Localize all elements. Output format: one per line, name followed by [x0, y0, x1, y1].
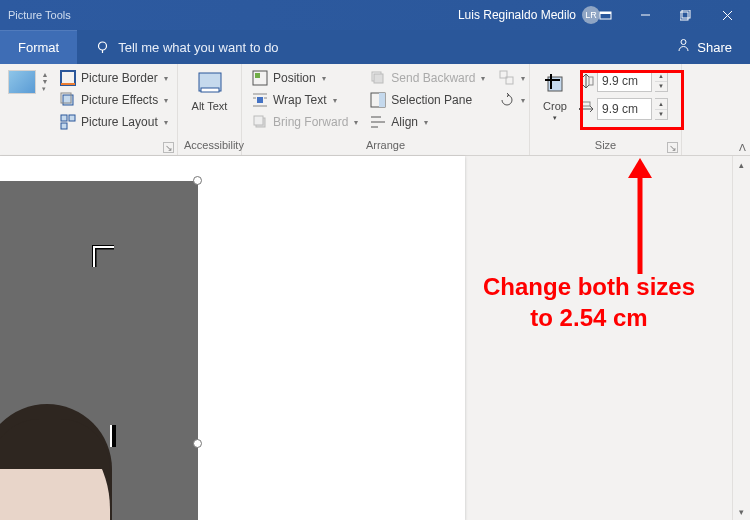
position-button[interactable]: Position▾ — [248, 68, 362, 88]
send-backward-icon — [370, 70, 386, 86]
ribbon: ▲▼▾ Picture Border▾ Picture Effects▾ Pic… — [0, 64, 750, 156]
group-size: Crop ▾ 9.9 cm ▲▼ 9.9 cm ▲▼ Size ↘ — [530, 64, 682, 155]
picture-effects-button[interactable]: Picture Effects▾ — [56, 90, 172, 110]
svg-rect-20 — [255, 73, 260, 78]
svg-rect-16 — [61, 123, 67, 129]
crop-handle-left[interactable] — [110, 425, 116, 447]
group-label-accessibility: Accessibility — [184, 138, 235, 153]
width-spinner[interactable]: ▲▼ — [655, 98, 668, 120]
resize-handle[interactable] — [193, 176, 202, 185]
svg-rect-18 — [201, 88, 219, 92]
svg-rect-27 — [254, 116, 263, 125]
picture-border-icon — [60, 70, 76, 86]
annotation-text: Change both sizes to 2.54 cm — [444, 271, 734, 333]
svg-rect-29 — [374, 74, 383, 83]
picture-styles-launcher[interactable]: ↘ — [163, 142, 174, 153]
restore-button[interactable] — [665, 0, 705, 30]
user-account[interactable]: Luis Reginaldo Medilo LR — [458, 6, 600, 24]
height-spinner[interactable]: ▲▼ — [655, 70, 668, 92]
height-control: 9.9 cm ▲▼ — [578, 70, 668, 92]
svg-rect-15 — [69, 115, 75, 121]
share-icon — [676, 38, 691, 56]
group-shapes-button[interactable]: ▾ — [495, 68, 529, 88]
share-button[interactable]: Share — [676, 30, 750, 64]
picture-style-preset[interactable] — [8, 70, 36, 94]
ribbon-display-options[interactable] — [585, 0, 625, 30]
tell-me-placeholder: Tell me what you want to do — [118, 40, 278, 55]
selected-picture[interactable] — [0, 181, 198, 520]
svg-rect-3 — [680, 12, 688, 20]
width-icon — [578, 101, 594, 117]
tab-format[interactable]: Format — [0, 30, 77, 64]
group-accessibility: Alt Text Accessibility — [178, 64, 242, 155]
picture-layout-icon — [60, 114, 76, 130]
vertical-scrollbar[interactable]: ▴ ▾ — [732, 156, 750, 520]
picture-content — [0, 399, 118, 520]
svg-rect-41 — [589, 77, 593, 85]
svg-point-9 — [681, 40, 686, 45]
height-icon — [578, 73, 594, 89]
wrap-text-button[interactable]: Wrap Text▾ — [248, 90, 362, 110]
crop-icon — [541, 70, 569, 98]
document-page[interactable] — [0, 156, 465, 520]
alt-text-icon — [196, 70, 224, 98]
resize-handle[interactable] — [193, 439, 202, 448]
svg-rect-11 — [61, 83, 75, 85]
scroll-up-button[interactable]: ▴ — [733, 156, 750, 173]
group-icon — [499, 70, 515, 86]
position-icon — [252, 70, 268, 86]
bring-forward-button[interactable]: Bring Forward▾ — [248, 112, 362, 132]
rotate-button[interactable]: ▾ — [495, 90, 529, 110]
collapse-ribbon-button[interactable]: ᐱ — [739, 142, 746, 153]
crop-handle-top-left[interactable] — [92, 245, 116, 269]
group-label-size: Size — [536, 138, 675, 153]
picture-border-button[interactable]: Picture Border▾ — [56, 68, 172, 88]
scroll-down-button[interactable]: ▾ — [733, 503, 750, 520]
ribbon-tabs: Format Tell me what you want to do Share — [0, 30, 750, 64]
width-control: 9.9 cm ▲▼ — [578, 98, 668, 120]
selection-pane-icon — [370, 92, 386, 108]
tell-me-search[interactable]: Tell me what you want to do — [77, 30, 278, 64]
annotation-arrow — [620, 156, 660, 276]
size-launcher[interactable]: ↘ — [667, 142, 678, 153]
crop-button[interactable]: Crop ▾ — [536, 68, 574, 124]
picture-layout-button[interactable]: Picture Layout▾ — [56, 112, 172, 132]
svg-rect-4 — [682, 10, 690, 18]
width-input[interactable]: 9.9 cm — [597, 98, 652, 120]
bring-forward-icon — [252, 114, 268, 130]
group-label-arrange: Arrange — [248, 138, 523, 153]
rotate-icon — [499, 92, 515, 108]
picture-effects-icon — [60, 92, 76, 108]
wrap-text-icon — [252, 92, 268, 108]
svg-rect-1 — [600, 12, 611, 14]
tool-context-label: Picture Tools — [8, 9, 71, 21]
close-button[interactable] — [705, 0, 750, 30]
picture-styles-gallery-dropdown[interactable]: ▲▼▾ — [38, 68, 52, 96]
height-input[interactable]: 9.9 cm — [597, 70, 652, 92]
align-icon — [370, 114, 386, 130]
send-backward-button[interactable]: Send Backward▾ — [366, 68, 489, 88]
document-workspace: Change both sizes to 2.54 cm ▴ ▾ — [0, 156, 750, 520]
align-button[interactable]: Align▾ — [366, 112, 489, 132]
group-arrange: Position▾ Wrap Text▾ Bring Forward▾ Send… — [242, 64, 530, 155]
svg-rect-10 — [61, 71, 75, 85]
svg-rect-31 — [379, 93, 385, 107]
title-bar: Picture Tools Luis Reginaldo Medilo LR — [0, 0, 750, 30]
svg-marker-45 — [628, 158, 652, 178]
svg-point-7 — [99, 42, 107, 50]
share-label: Share — [697, 40, 732, 55]
group-picture-styles: ▲▼▾ Picture Border▾ Picture Effects▾ Pic… — [0, 64, 178, 155]
user-name: Luis Reginaldo Medilo — [458, 8, 576, 22]
svg-rect-14 — [61, 115, 67, 121]
selection-pane-button[interactable]: Selection Pane — [366, 90, 489, 110]
svg-rect-43 — [582, 102, 590, 106]
lightbulb-icon — [95, 40, 110, 55]
window-controls — [585, 0, 750, 30]
minimize-button[interactable] — [625, 0, 665, 30]
svg-rect-21 — [257, 97, 263, 103]
alt-text-button[interactable]: Alt Text — [186, 68, 234, 114]
